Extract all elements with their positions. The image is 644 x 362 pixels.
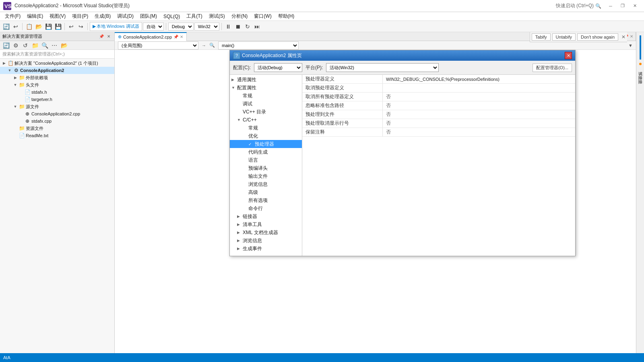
vtab-exclude2[interactable]: 排除 [637,75,644,78]
new-proj-button[interactable]: 📋 [25,22,33,31]
dtree-item-browse[interactable]: 浏览信息 [230,180,302,188]
dtree-item-codegen[interactable]: 代码生成 [230,148,302,156]
dtree-item-preproc[interactable]: ✓预处理器 [230,140,302,148]
menu-item-analyze[interactable]: 分析(N) [228,12,251,21]
save-button[interactable]: 💾 [44,22,53,31]
sol-more-btn[interactable]: ⋯ [50,41,59,50]
menu-item-file[interactable]: 文件(F) [2,12,24,21]
tree-item-project[interactable]: ▼⚙ConsoleApplication2 [0,67,114,74]
stdafx-tab-close[interactable]: ✕ [630,34,633,39]
vtab-debug[interactable]: 调试 [637,67,644,70]
config-select[interactable]: 活动(Debug) [254,63,302,72]
dtree-item-linker[interactable]: ▶链接器 [230,212,302,220]
tabify-close-icon[interactable]: ✕ [621,34,625,40]
prop-row-3[interactable]: 忽略标准包含路径否 [302,101,575,110]
run-button[interactable]: ▶ 本地 Windows 调试器 [90,22,142,31]
scope-combo[interactable]: (全局范围) [118,41,198,49]
consolecpp-tab-pin[interactable]: 📌 [173,35,178,39]
dtree-item-general[interactable]: ▶通用属性 [230,76,302,84]
dtree-item-lang[interactable]: 语言 [230,156,302,164]
consolecpp-tab-close[interactable]: ✕ [180,35,183,39]
tree-arrow-solution[interactable]: ▶ [2,61,6,66]
dont-show-button[interactable]: Don't show again [577,33,618,41]
restore-button[interactable]: ❐ [617,0,629,12]
tree-item-readmetxt[interactable]: 📄ReadMe.txt [0,132,114,139]
tree-item-targetverh[interactable]: 📄targetver.h [0,96,114,103]
menu-item-test[interactable]: 测试(S) [206,12,228,21]
new-button[interactable]: 🔄 [2,22,10,31]
back-button[interactable]: ↩ [11,22,20,31]
prop-row-4[interactable]: 预处理到文件否 [302,110,575,119]
menu-item-build[interactable]: 生成(B) [91,12,114,21]
menu-item-edit[interactable]: 编辑(E) [24,12,46,21]
menu-item-team[interactable]: 团队(M) [137,12,160,21]
prop-row-6[interactable]: 保留注释否 [302,128,575,137]
sol-expand-btn[interactable]: 📂 [60,41,68,50]
dtree-item-manifest[interactable]: ▶清单工具 [230,220,302,228]
tree-item-solution[interactable]: ▶📋解决方案 "ConsoleApplication2" (1 个项目) [0,60,114,67]
mode-combo[interactable]: 自动 [143,23,164,31]
tree-item-extdeps[interactable]: ▶📁外部依赖项 [0,74,114,81]
sidebar-search[interactable]: 搜索解决方案资源管理器(Ctrl+;) [0,50,114,59]
expand-icon[interactable]: ▼ [628,43,633,48]
menu-item-window[interactable]: 窗口(W) [251,12,275,21]
tree-item-stdafxh[interactable]: 📄stdafx.h [0,88,114,96]
dtree-item-common[interactable]: 常规 [230,92,302,100]
close-panel-button[interactable]: ✕ [105,33,112,40]
menu-item-view[interactable]: 视图(V) [46,12,69,21]
dialog-close-button[interactable]: ✕ [565,52,572,59]
sol-sync-btn[interactable]: 🔄 [2,41,10,50]
config-manager-button[interactable]: 配置管理器(O)... [533,64,572,72]
tabify-button[interactable]: Tabify [532,33,551,41]
prop-row-0[interactable]: 预处理器定义WIN32;_DEBUG;_CONSOLE;%(Preprocess… [302,75,575,84]
dtree-item-vcpp[interactable]: VC++ 目录 [230,108,302,116]
prop-row-2[interactable]: 取消所有预处理器定义否 [302,93,575,101]
minimize-button[interactable]: ─ [605,0,617,12]
dtree-item-advanced[interactable]: 高级 [230,188,302,196]
tree-item-sources[interactable]: ▼📁源文件 [0,103,114,110]
sol-props-btn[interactable]: ⚙ [11,41,20,50]
vtab-exclude1[interactable]: 排除 [637,71,644,74]
sol-collapse-btn[interactable]: 📁 [31,41,39,50]
close-button[interactable]: ✕ [629,0,641,12]
dtree-item-optimize[interactable]: 优化 [230,132,302,140]
menu-item-debug[interactable]: 调试(D) [114,12,137,21]
sol-filter-btn[interactable]: 🔍 [40,41,49,50]
member-combo[interactable]: main() [218,41,299,49]
debug-btn1[interactable]: ⏸ [224,22,233,31]
dtree-item-ccpp[interactable]: ▼C/C++ [230,116,302,124]
menu-item-project[interactable]: 项目(P) [69,12,91,21]
platform-combo[interactable]: Win32 [194,23,219,31]
menu-item-help[interactable]: 帮助(H) [275,12,298,21]
tree-arrow-project[interactable]: ▼ [7,68,12,73]
open-button[interactable]: 📂 [34,22,43,31]
tree-item-consolecpp[interactable]: ⊕ConsoleApplication2.cpp [0,110,114,117]
tree-item-stdafxcpp[interactable]: ⊕stdafx.cpp [0,117,114,125]
dtree-item-xml[interactable]: ▶XML 文档生成器 [230,228,302,237]
tree-arrow-headers[interactable]: ▼ [13,82,18,87]
dialog-help-icon[interactable]: ? [233,52,240,59]
untabify-button[interactable]: Untabify [552,33,576,41]
debug-btn4[interactable]: ⏭ [253,22,262,31]
dtree-item-general2[interactable]: 常规 [230,124,302,132]
pin-button[interactable]: 📌 [98,33,105,40]
dtree-item-debug2[interactable]: 调试 [230,100,302,108]
prop-row-5[interactable]: 预处理取消显示行号否 [302,119,575,128]
dtree-item-all[interactable]: 所有选项 [230,196,302,204]
redo-button[interactable]: ↪ [76,22,85,31]
tab-consolecpp[interactable]: ⊕ ConsoleApplication2.cpp 📌 ✕ [115,32,187,41]
debug-btn3[interactable]: ↻ [243,22,252,31]
prop-row-1[interactable]: 取消预处理器定义 [302,84,575,93]
dtree-item-browseinfo[interactable]: ▶浏览信息 [230,237,302,245]
tree-item-headers[interactable]: ▼📁头文件 [0,81,114,88]
platform-select[interactable]: 活动(Win32) [326,63,439,72]
config-combo[interactable]: Debug [168,23,194,31]
menu-item-tools[interactable]: 工具(T) [183,12,205,21]
dtree-item-cmdline[interactable]: 命令行 [230,204,302,212]
dtree-item-configprops[interactable]: ▼配置属性 [230,84,302,92]
dtree-item-outfile[interactable]: 输出文件 [230,172,302,180]
tree-item-resources[interactable]: 📁资源文件 [0,125,114,132]
dtree-item-pch[interactable]: 预编译头 [230,164,302,172]
menu-item-sql[interactable]: SQL(Q) [160,12,183,21]
tree-arrow-extdeps[interactable]: ▶ [13,75,18,80]
